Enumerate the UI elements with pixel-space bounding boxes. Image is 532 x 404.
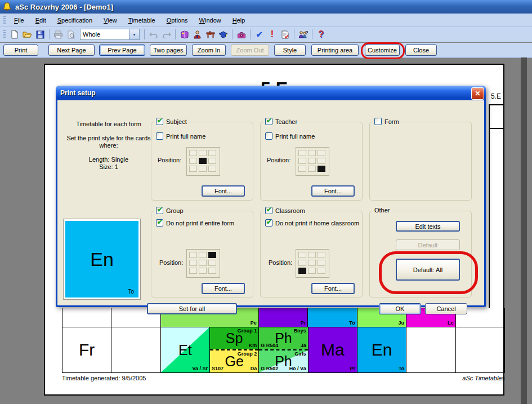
open-file-icon[interactable] bbox=[21, 28, 34, 41]
classroom-home-checkbox[interactable]: ✔ bbox=[265, 219, 272, 227]
classroom-checkbox[interactable]: ✔ bbox=[265, 207, 272, 214]
save-icon[interactable] bbox=[34, 28, 47, 41]
position-cell[interactable] bbox=[199, 166, 207, 172]
position-cell[interactable] bbox=[308, 260, 316, 266]
two-pages-button[interactable]: Two pages bbox=[150, 45, 187, 56]
position-cell-selected[interactable] bbox=[208, 252, 216, 258]
position-cell-selected[interactable] bbox=[318, 166, 325, 172]
group-entire-form-label: Do not print if entire form bbox=[166, 220, 234, 227]
timetable-cell-to: To bbox=[307, 308, 356, 327]
position-cell[interactable] bbox=[199, 150, 207, 156]
zoom-dropdown[interactable]: Whole ▼ bbox=[80, 29, 140, 40]
position-cell[interactable] bbox=[208, 260, 216, 266]
customize-button[interactable]: Customize bbox=[365, 45, 400, 56]
printing-area-button[interactable]: Printing area bbox=[311, 45, 359, 56]
other-group-label: Other bbox=[374, 207, 390, 214]
position-cell[interactable] bbox=[308, 150, 316, 156]
position-cell[interactable] bbox=[298, 260, 306, 266]
wizard-people-icon[interactable]: ? bbox=[297, 28, 310, 41]
default-all-button[interactable]: Default: All bbox=[396, 259, 460, 281]
position-cell[interactable] bbox=[298, 252, 306, 258]
menu-options[interactable]: Options bbox=[162, 15, 193, 25]
form-checkbox[interactable] bbox=[374, 118, 382, 125]
position-cell[interactable] bbox=[298, 150, 306, 156]
menu-view[interactable]: View bbox=[99, 15, 122, 25]
subject-label: Et bbox=[178, 342, 192, 358]
position-cell[interactable] bbox=[308, 158, 316, 164]
new-file-icon[interactable] bbox=[8, 28, 21, 41]
position-cell[interactable] bbox=[189, 268, 197, 274]
position-cell[interactable] bbox=[318, 158, 325, 164]
position-cell[interactable] bbox=[208, 150, 216, 156]
position-cell[interactable] bbox=[199, 252, 207, 258]
position-cell[interactable] bbox=[189, 158, 197, 164]
position-cell[interactable] bbox=[318, 150, 325, 156]
position-cell[interactable] bbox=[308, 268, 316, 274]
position-cell[interactable] bbox=[208, 268, 216, 274]
position-cell-selected[interactable] bbox=[199, 158, 207, 164]
position-cell[interactable] bbox=[318, 268, 325, 274]
teacher-checkbox[interactable]: ✔ bbox=[265, 118, 272, 125]
position-cell[interactable] bbox=[199, 268, 207, 274]
position-cell[interactable] bbox=[189, 260, 197, 266]
close-button[interactable]: Close bbox=[405, 45, 437, 56]
subject-checkbox-label: Subject bbox=[166, 118, 187, 125]
conflicts-exclamation-icon[interactable]: ! bbox=[266, 28, 279, 41]
style-button[interactable]: Style bbox=[274, 45, 306, 56]
toolbar-grip-icon[interactable] bbox=[3, 30, 6, 39]
chevron-down-icon[interactable]: ▼ bbox=[129, 29, 139, 39]
menu-help[interactable]: Help bbox=[227, 15, 251, 25]
menu-file[interactable]: File bbox=[9, 15, 29, 25]
graduation-cap-icon[interactable] bbox=[217, 28, 230, 41]
position-cell[interactable] bbox=[318, 252, 325, 258]
next-page-button[interactable]: Next Page bbox=[48, 45, 95, 56]
verify-check-icon[interactable]: ✔ bbox=[253, 28, 266, 41]
menu-timetable[interactable]: Timetable bbox=[123, 15, 160, 25]
position-cell[interactable] bbox=[189, 150, 197, 156]
help-icon[interactable]: ? bbox=[315, 28, 328, 41]
toolbar-grip-icon[interactable] bbox=[3, 16, 6, 25]
teacher-font-button[interactable]: Font... bbox=[311, 185, 355, 197]
report-document-icon[interactable] bbox=[279, 28, 292, 41]
menu-window[interactable]: Window bbox=[194, 15, 226, 25]
position-cell-selected[interactable] bbox=[298, 268, 306, 274]
set-for-all-button[interactable]: Set for all bbox=[147, 303, 237, 314]
card-teacher-label: To bbox=[128, 288, 134, 295]
teacher-position-label: Position: bbox=[267, 157, 290, 163]
ok-button[interactable]: OK bbox=[379, 303, 421, 314]
subject-font-button[interactable]: Font... bbox=[202, 185, 245, 197]
group-font-button[interactable]: Font... bbox=[202, 283, 245, 294]
menu-edit[interactable]: Edit bbox=[30, 15, 51, 25]
print-button[interactable]: Print bbox=[3, 45, 38, 56]
teacher-icon[interactable] bbox=[191, 28, 204, 41]
position-cell[interactable] bbox=[208, 158, 216, 164]
timetable-generated-label: Timetable generated: 9/5/2005 bbox=[62, 375, 146, 381]
position-cell[interactable] bbox=[308, 166, 316, 172]
position-cell[interactable] bbox=[298, 158, 306, 164]
group-position-label: Position: bbox=[159, 259, 183, 266]
dialog-titlebar[interactable]: Print setup bbox=[56, 86, 486, 100]
position-cell[interactable] bbox=[189, 166, 197, 172]
position-cell[interactable] bbox=[189, 252, 197, 258]
classroom-font-button[interactable]: Font... bbox=[311, 283, 355, 294]
classroom-desk-icon[interactable] bbox=[204, 28, 217, 41]
group-entire-form-checkbox[interactable]: ✔ bbox=[156, 219, 163, 227]
position-cell[interactable] bbox=[308, 252, 316, 258]
subject-checkbox[interactable]: ✔ bbox=[156, 118, 163, 125]
zoom-in-button[interactable]: Zoom In bbox=[192, 45, 226, 56]
teacher-print-full-name-checkbox[interactable] bbox=[265, 132, 272, 140]
cancel-button[interactable]: Cancel bbox=[425, 303, 467, 314]
group-checkbox[interactable]: ✔ bbox=[156, 207, 163, 214]
menu-specification[interactable]: Specification bbox=[52, 15, 97, 25]
tools-icon[interactable] bbox=[235, 28, 248, 41]
prev-page-button[interactable]: Prev Page bbox=[99, 45, 145, 56]
position-cell[interactable] bbox=[199, 260, 207, 266]
timetable-row-friday: Fr Et Va / Sr Group 1 Sp Km Group 2 Ge S… bbox=[62, 327, 505, 373]
position-cell[interactable] bbox=[318, 260, 325, 266]
dialog-close-icon[interactable]: ✕ bbox=[471, 87, 484, 100]
subject-print-full-name-checkbox[interactable] bbox=[156, 132, 163, 140]
edit-texts-button[interactable]: Edit texts bbox=[396, 221, 460, 232]
position-cell[interactable] bbox=[298, 166, 306, 172]
subjects-book-icon[interactable] bbox=[178, 28, 191, 41]
position-cell[interactable] bbox=[208, 166, 216, 172]
